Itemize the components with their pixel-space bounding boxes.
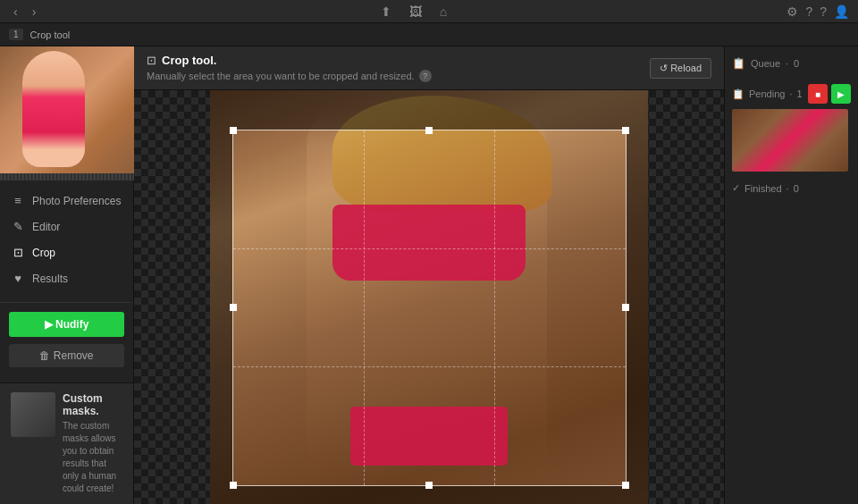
finished-header: ✓ Finished · 0 [732, 182, 851, 194]
sidebar-thumb-figure [22, 51, 85, 167]
nav-forward-button[interactable]: › [28, 3, 41, 21]
queue-separator: · [786, 58, 788, 69]
queue-section: 📋 Queue · 0 [732, 54, 851, 73]
sidebar-bottom: Custom masks. The custom masks allows yo… [0, 382, 133, 504]
pending-controls: ■ ▶ [808, 84, 851, 104]
canvas-area[interactable] [134, 90, 724, 504]
sidebar-bottom-desc: The custom masks allows you to obtain re… [63, 420, 122, 495]
topbar-center-icons: ⬆ 🖼 ⌂ [381, 4, 447, 19]
pending-sep: · [789, 88, 792, 99]
pending-title: 📋 Pending · 1 [732, 88, 803, 100]
crop-icon: ⊡ [11, 246, 25, 259]
settings-icon[interactable]: ⚙ [786, 4, 798, 19]
content-header: ⊡ Crop tool. Manually select the area yo… [134, 46, 724, 90]
sidebar-item-editor[interactable]: ✎ Editor [0, 214, 133, 239]
crop-handle-tm[interactable] [425, 127, 433, 134]
crop-grid-h2 [233, 366, 626, 367]
reload-button[interactable]: ↺ Reload [650, 58, 711, 79]
remove-button[interactable]: 🗑 Remove [9, 344, 124, 367]
results-icon: ♥ [11, 272, 25, 285]
pending-section: 📋 Pending · 1 ■ ▶ [732, 84, 851, 172]
right-panel: 📋 Queue · 0 📋 Pending · 1 ■ ▶ [724, 46, 858, 504]
pending-thumb-1[interactable] [732, 109, 848, 172]
crop-darken-right [627, 130, 649, 487]
sidebar-thumb-strips [0, 173, 134, 181]
pending-label: Pending [749, 88, 785, 99]
pending-header: 📋 Pending · 1 ■ ▶ [732, 84, 851, 104]
sidebar-item-results[interactable]: ♥ Results [0, 265, 133, 291]
topbar-right-icons: ⚙ ? ? 👤 [786, 4, 849, 19]
photo-container [210, 90, 648, 504]
queue-label: Queue [751, 58, 780, 69]
home-icon[interactable]: ⌂ [440, 4, 447, 19]
topbar: ‹ › ⬆ 🖼 ⌂ ⚙ ? ? 👤 [0, 0, 858, 23]
page-title: Crop tool. [162, 54, 216, 67]
editor-icon: ✎ [11, 220, 25, 233]
crop-handle-bm[interactable] [425, 482, 433, 489]
pending-count: 1 [796, 88, 802, 99]
finished-count: 0 [794, 183, 799, 194]
crop-handle-bl[interactable] [230, 482, 237, 489]
content-header-crop-icon: ⊡ [147, 54, 156, 67]
sidebar-item-photo-preferences[interactable]: ≡ Photo Preferences [0, 188, 133, 214]
sidebar-item-label-results: Results [32, 273, 68, 285]
sidebar-thumbnail [0, 46, 134, 181]
crop-grid-h1 [233, 248, 626, 249]
help2-icon[interactable]: ? [820, 4, 827, 19]
crop-box[interactable] [232, 130, 627, 487]
queue-header: 📋 Queue · 0 [732, 54, 851, 73]
pending-icon: 📋 [732, 88, 744, 100]
sidebar-thumb-image [0, 46, 134, 181]
crop-grid-v1 [364, 130, 365, 486]
queue-count: 0 [794, 58, 799, 69]
content-subtitle: Manually select the area you want to be … [147, 70, 432, 82]
crop-handle-ml[interactable] [230, 304, 237, 311]
sidebar-bottom-image [11, 392, 55, 437]
photo-background [210, 90, 648, 504]
sidebar-bottom-inner: Custom masks. The custom masks allows yo… [11, 392, 122, 495]
play-button[interactable]: ▶ [831, 84, 851, 104]
sidebar: ≡ Photo Preferences ✎ Editor ⊡ Crop ♥ Re… [0, 46, 134, 504]
help1-icon[interactable]: ? [805, 4, 812, 19]
sidebar-item-label-crop: Crop [32, 247, 55, 259]
sidebar-item-crop[interactable]: ⊡ Crop [0, 239, 133, 265]
breadcrumb-step-number: 1 [9, 29, 23, 40]
topbar-nav: ‹ › [9, 3, 40, 21]
sidebar-menu: ≡ Photo Preferences ✎ Editor ⊡ Crop ♥ Re… [0, 181, 133, 298]
stop-button[interactable]: ■ [808, 84, 828, 104]
breadcrumb-step-label: Crop tool [30, 29, 71, 40]
content-header-left: ⊡ Crop tool. Manually select the area yo… [147, 54, 432, 82]
finished-section: ✓ Finished · 0 [732, 182, 851, 199]
content-area: ⊡ Crop tool. Manually select the area yo… [134, 46, 724, 504]
crop-darken-top [210, 90, 648, 130]
content-subtitle-text: Manually select the area you want to be … [147, 71, 415, 81]
crop-handle-tl[interactable] [230, 127, 237, 134]
sidebar-bottom-text: Custom masks. The custom masks allows yo… [63, 392, 122, 495]
nudify-button[interactable]: ▶ Nudify [9, 312, 124, 337]
crop-handle-mr[interactable] [622, 304, 629, 311]
finished-title: ✓ Finished · 0 [732, 182, 799, 194]
crop-grid-v2 [494, 130, 495, 486]
sidebar-divider [0, 302, 133, 303]
user-icon[interactable]: 👤 [834, 4, 849, 19]
crop-handle-tr[interactable] [622, 127, 629, 134]
crop-overlay[interactable] [210, 90, 648, 504]
pending-thumbs [732, 109, 851, 172]
queue-icon: 📋 [732, 57, 745, 70]
pending-thumb-1-image [732, 109, 848, 172]
sidebar-item-label-preferences: Photo Preferences [32, 195, 121, 207]
image-icon[interactable]: 🖼 [409, 4, 422, 19]
main-layout: ≡ Photo Preferences ✎ Editor ⊡ Crop ♥ Re… [0, 46, 858, 504]
sidebar-bottom-image-inner [11, 392, 55, 437]
help-icon[interactable]: ? [419, 70, 432, 82]
crop-darken-bottom [210, 486, 648, 504]
crop-handle-br[interactable] [622, 482, 629, 489]
upload-icon[interactable]: ⬆ [381, 4, 391, 19]
finished-sep: · [786, 183, 789, 194]
breadcrumb: 1 Crop tool [0, 23, 858, 46]
finished-icon: ✓ [732, 182, 740, 194]
sidebar-bottom-title: Custom masks. [63, 392, 122, 417]
finished-label: Finished [744, 183, 782, 194]
preferences-icon: ≡ [11, 194, 25, 207]
nav-back-button[interactable]: ‹ [9, 3, 22, 21]
